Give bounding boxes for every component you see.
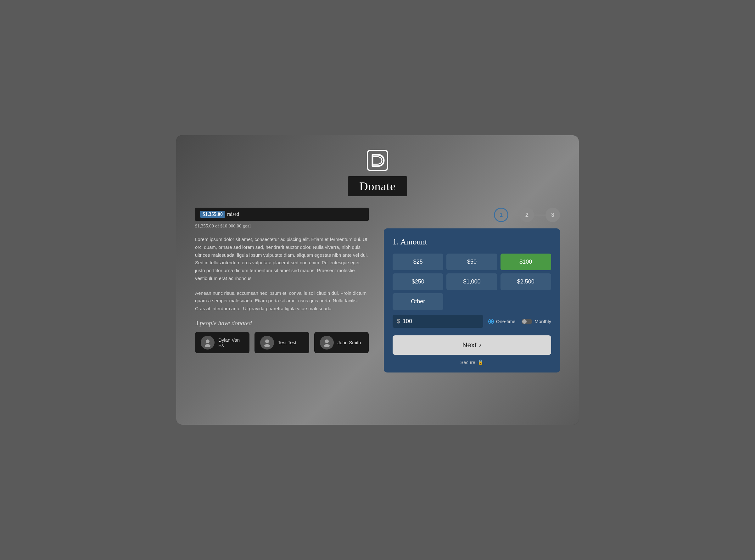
left-panel: $1,355.00 raised $1,355.00 of $10,000.00… — [195, 208, 369, 353]
header: Donate — [195, 148, 560, 196]
step-1[interactable]: 1 — [494, 208, 508, 222]
next-btn-container: Next › — [393, 335, 551, 355]
svg-point-1 — [206, 339, 209, 343]
monthly-label: Monthly — [534, 319, 551, 324]
donor-avatar-2 — [260, 336, 274, 349]
svg-point-6 — [324, 344, 330, 347]
donor-card-2: Test Test — [254, 332, 309, 353]
amount-btn-250[interactable]: $250 — [393, 274, 443, 290]
description-paragraph1: Lorem ipsum dolor sit amet, consectetur … — [195, 236, 369, 282]
dollar-sign: $ — [397, 318, 400, 325]
goal-text: $1,355.00 of $10,000.00 goal — [195, 223, 369, 229]
right-panel: 1 2 3 1. Amount $25 — [384, 208, 560, 373]
progress-bar-container: $1,355.00 raised — [195, 208, 369, 221]
steps-indicator: 1 2 3 — [384, 208, 560, 222]
donor-name-3: John Smith — [338, 340, 361, 345]
step-3[interactable]: 3 — [546, 208, 560, 222]
svg-point-5 — [325, 339, 329, 343]
page-title: Donate — [359, 180, 396, 193]
amount-btn-other[interactable]: Other — [393, 293, 443, 310]
donor-card-3: John Smith — [314, 332, 369, 353]
donor-avatar-1 — [201, 336, 215, 349]
amount-btn-2500[interactable]: $2,500 — [501, 274, 551, 290]
donor-card-1: Dylan Van Es — [195, 332, 249, 353]
step-line-1-2 — [508, 215, 520, 216]
amount-buttons-grid: $25 $50 $100 $250 $1,000 $2,500 — [393, 254, 551, 290]
svg-point-2 — [205, 344, 210, 347]
monthly-option[interactable]: Monthly — [522, 319, 551, 324]
raised-amount: $1,355.00 — [200, 211, 225, 218]
app-container: Donate $1,355.00 raised $1,355.00 of $10… — [176, 135, 579, 425]
main-layout: $1,355.00 raised $1,355.00 of $10,000.00… — [195, 208, 560, 373]
donor-avatar-3 — [320, 336, 334, 349]
other-row: Other — [393, 293, 551, 310]
next-label: Next — [463, 341, 476, 349]
donation-panel: 1. Amount $25 $50 $100 $250 $1,000 $2,50… — [384, 228, 560, 373]
donor-name-1: Dylan Van Es — [218, 337, 244, 348]
one-time-radio[interactable] — [488, 319, 494, 324]
amount-heading: 1. Amount — [393, 237, 551, 247]
amount-input[interactable] — [403, 318, 479, 325]
donor-name-2: Test Test — [278, 340, 296, 345]
svg-point-3 — [265, 339, 269, 343]
next-button[interactable]: Next › — [393, 335, 551, 355]
secure-label: Secure — [460, 360, 475, 365]
one-time-label: One-time — [496, 319, 516, 324]
input-row: $ One-time Monthly — [393, 315, 551, 328]
donors-heading: 3 people have donated — [195, 320, 369, 327]
one-time-option[interactable]: One-time — [488, 319, 516, 324]
amount-btn-50[interactable]: $50 — [446, 254, 497, 270]
donors-list: Dylan Van Es Test Test — [195, 332, 369, 353]
step-line-2-3 — [534, 215, 546, 216]
monthly-toggle[interactable] — [522, 319, 532, 324]
next-chevron: › — [479, 341, 481, 349]
step-2[interactable]: 2 — [520, 208, 534, 222]
dollar-input-wrapper: $ — [393, 315, 483, 328]
secure-row: Secure 🔒 — [393, 359, 551, 365]
amount-btn-25[interactable]: $25 — [393, 254, 443, 270]
amount-btn-1000[interactable]: $1,000 — [446, 274, 497, 290]
svg-point-4 — [264, 344, 270, 347]
frequency-radio-group: One-time Monthly — [488, 319, 551, 324]
page-title-box: Donate — [348, 176, 407, 196]
description-paragraph2: Aenean nunc risus, accumsan nec ipsum et… — [195, 289, 369, 313]
amount-btn-100[interactable]: $100 — [501, 254, 551, 270]
raised-label: raised — [227, 212, 239, 217]
logo — [365, 148, 390, 173]
secure-icon: 🔒 — [477, 359, 484, 365]
